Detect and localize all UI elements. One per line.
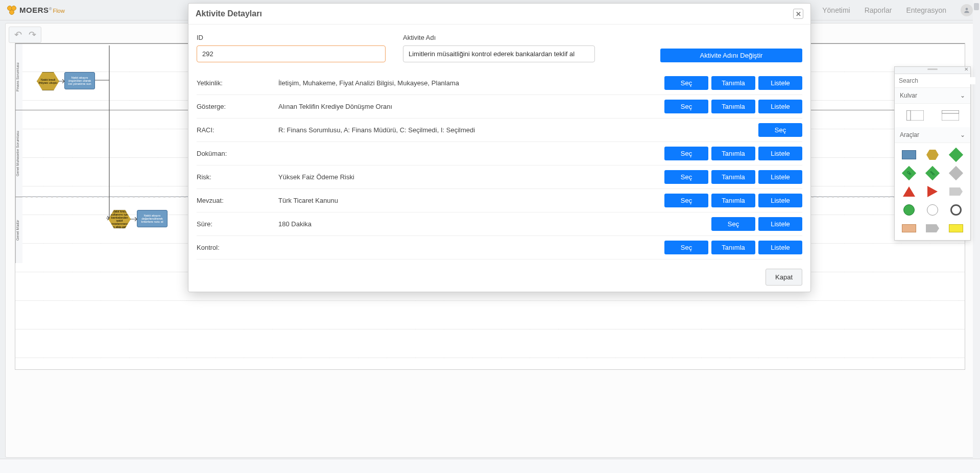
listele-button[interactable]: Listele	[758, 147, 802, 160]
name-label: Aktivite Adı	[403, 34, 595, 41]
shape-palette[interactable]: Kulvar⌄ Araçlar⌄ OR AND	[894, 66, 971, 241]
change-name-button[interactable]: Aktivite Adını Değiştir	[660, 49, 802, 62]
activity-name-input[interactable]	[403, 45, 595, 62]
connector	[131, 217, 138, 221]
connector	[59, 79, 65, 83]
row-buttons: SeçTanımlaListele	[664, 241, 802, 254]
redo-button[interactable]: ↷	[27, 29, 38, 40]
sec-button[interactable]: Seç	[664, 170, 708, 184]
detail-row: Yetkinlik:İletişim, Muhakeme, Fiyat Anal…	[197, 72, 802, 95]
logo-text: MOERS®Flow	[19, 6, 65, 14]
status-bar	[0, 459, 980, 473]
tanimla-button[interactable]: Tanımla	[711, 76, 755, 90]
palette-search-input[interactable]	[899, 77, 975, 84]
sec-button[interactable]: Seç	[711, 217, 755, 231]
tool-hexagon[interactable]	[923, 148, 942, 161]
detail-row: Gösterge:Alınan Teklifin Krediye Dönüşme…	[197, 95, 802, 119]
lane-1-label: Finans Sorumlusu	[15, 44, 22, 110]
tanimla-button[interactable]: Tanımla	[711, 170, 755, 184]
row-label: Risk:	[197, 173, 273, 181]
activity-details-modal: Aktivite Detayları ✕ ID Aktivite Adı Akt…	[188, 3, 811, 292]
close-button[interactable]: Kapat	[766, 269, 802, 286]
listele-button[interactable]: Listele	[758, 217, 802, 231]
sec-button[interactable]: Seç	[664, 241, 708, 254]
detail-row: Mevzuat:Türk Ticaret KanunuSeçTanımlaLis…	[197, 189, 802, 212]
row-value: Yüksek Faiz Ödeme Riski	[278, 173, 659, 181]
undo-button[interactable]: ↶	[12, 29, 23, 40]
row-value: Türk Ticaret Kanunu	[278, 197, 659, 204]
listele-button[interactable]: Listele	[758, 100, 802, 113]
tool-circle-bold[interactable]	[947, 203, 965, 217]
row-buttons: Seç	[758, 123, 802, 137]
chevron-down-icon: ⌄	[960, 131, 965, 138]
tool-tag-gray-2[interactable]	[923, 222, 942, 235]
tanimla-button[interactable]: Tanımla	[711, 194, 755, 207]
tool-rect-orange[interactable]	[900, 222, 918, 235]
sec-button[interactable]: Seç	[664, 76, 708, 90]
svg-point-0	[966, 8, 968, 10]
listele-button[interactable]: Listele	[758, 241, 802, 254]
row-value: İletişim, Muhakeme, Fiyat Analizi Bilgis…	[278, 79, 659, 87]
row-label: Süre:	[197, 220, 273, 228]
tool-circle-outline[interactable]	[923, 203, 942, 217]
tool-diamond-green[interactable]	[947, 148, 965, 161]
modal-header: Aktivite Detayları ✕	[188, 4, 810, 25]
detail-row: Doküman:SeçTanımlaListele	[197, 142, 802, 165]
user-icon	[963, 7, 970, 14]
tool-diamond-and[interactable]: AND	[923, 167, 942, 180]
row-buttons: SeçTanımlaListele	[664, 194, 802, 207]
svg-rect-5	[942, 110, 959, 113]
svg-rect-2	[906, 110, 924, 121]
tanimla-button[interactable]: Tanımla	[711, 100, 755, 113]
svg-rect-3	[906, 110, 911, 121]
row-label: Mevzuat:	[197, 197, 273, 204]
tool-triangle[interactable]	[900, 185, 918, 198]
tool-circle-green[interactable]	[900, 203, 918, 217]
palette-section-araclar[interactable]: Araçlar⌄	[895, 127, 970, 143]
nav-item-entegrasyon[interactable]: Entegrasyon	[906, 6, 946, 14]
connector	[94, 45, 125, 220]
activity-id-input[interactable]	[197, 45, 386, 62]
tool-diamond-or[interactable]: OR	[900, 167, 918, 180]
detail-row: RACI:R: Finans Sorumlusu, A: Finans Müdü…	[197, 119, 802, 142]
sec-button[interactable]: Seç	[758, 123, 802, 137]
palette-titlebar[interactable]	[895, 67, 970, 74]
row-buttons: SeçTanımlaListele	[664, 170, 802, 184]
svg-rect-4	[942, 110, 959, 121]
listele-button[interactable]: Listele	[758, 170, 802, 184]
row-label: RACI:	[197, 126, 273, 134]
top-nav: Yönetimi Raporlar Entegrasyon	[822, 4, 973, 16]
tool-rect-blue[interactable]	[900, 148, 918, 161]
palette-section-kulvar[interactable]: Kulvar⌄	[895, 88, 970, 104]
row-value: R: Finans Sorumlusu, A: Finans Müdürü, C…	[278, 126, 753, 134]
sec-button[interactable]: Seç	[664, 100, 708, 113]
listele-button[interactable]: Listele	[758, 194, 802, 207]
tanimla-button[interactable]: Tanımla	[711, 147, 755, 160]
tool-note-yellow[interactable]	[947, 222, 965, 235]
tool-arrow-red[interactable]	[923, 185, 942, 198]
detail-row: Süre:180 DakikaSeçListele	[197, 212, 802, 236]
tool-diamond-gray[interactable]	[947, 167, 965, 180]
nav-item-yonetimi[interactable]: Yönetimi	[822, 6, 850, 14]
tanimla-button[interactable]: Tanımla	[711, 241, 755, 254]
row-label: Doküman:	[197, 150, 273, 157]
vertical-scrollbar[interactable]	[973, 0, 980, 459]
row-label: Gösterge:	[197, 103, 273, 110]
tool-lane-horizontal[interactable]	[900, 109, 930, 122]
detail-row: Risk:Yüksek Faiz Ödeme RiskiSeçTanımlaLi…	[197, 165, 802, 189]
close-icon[interactable]: ✕	[793, 9, 803, 19]
listele-button[interactable]: Listele	[758, 76, 802, 90]
logo-icon	[7, 6, 16, 15]
palette-search	[895, 74, 970, 88]
user-menu-button[interactable]	[961, 4, 973, 16]
tool-tag-gray[interactable]	[947, 185, 965, 198]
node-task-1[interactable]: Nakit akışını öngörülen olarak üst yönet…	[64, 72, 95, 89]
nav-item-raporlar[interactable]: Raporlar	[865, 6, 892, 14]
row-buttons: SeçTanımlaListele	[664, 76, 802, 90]
sec-button[interactable]: Seç	[664, 194, 708, 207]
sec-button[interactable]: Seç	[664, 147, 708, 160]
row-value: 180 Dakika	[278, 220, 706, 228]
node-task-2[interactable]: Nakit akışını değerlendirerek kriterlere…	[137, 210, 168, 227]
id-label: ID	[197, 34, 386, 41]
tool-lane-vertical[interactable]	[935, 109, 965, 122]
